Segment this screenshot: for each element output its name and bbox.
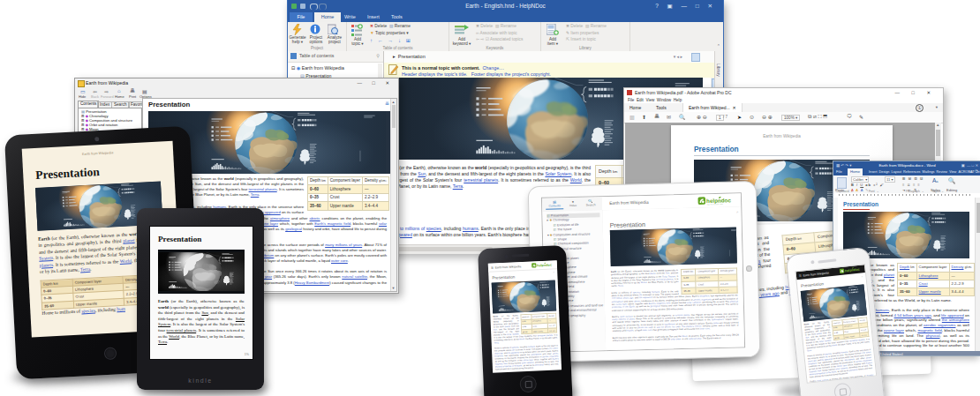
svg-text:helpndoc: helpndoc bbox=[537, 263, 553, 267]
